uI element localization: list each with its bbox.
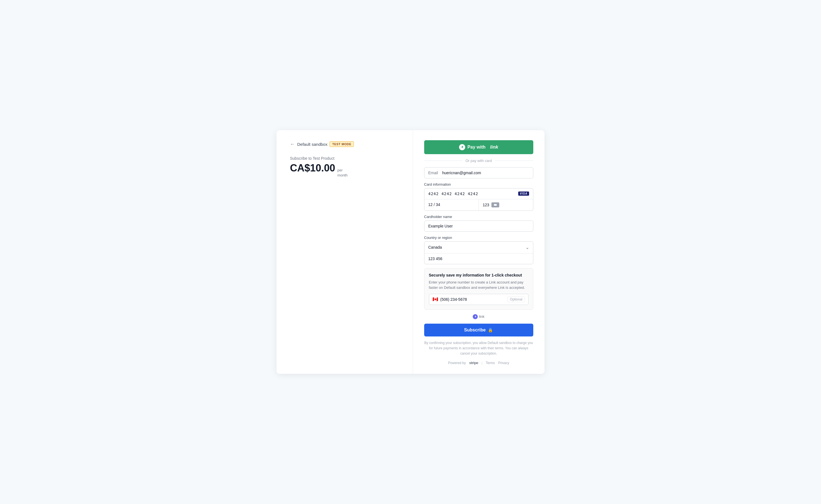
link-logo-label: link (490, 144, 498, 150)
price-period: per month (337, 168, 347, 178)
postal-code[interactable]: 123 456 (424, 253, 533, 264)
cvv-value: 123 (483, 203, 489, 207)
chevron-down-icon: ⌄ (525, 245, 529, 250)
country-group: Country or region Canada ⌄ 123 456 (424, 236, 533, 264)
country-select[interactable]: Canada ⌄ (424, 242, 533, 253)
country-label: Country or region (424, 236, 533, 240)
card-info-group: Card information 4242 4242 4242 4242 VIS… (424, 182, 533, 211)
link-bolt-icon (459, 144, 465, 150)
save-info-box: Securely save my information for 1-click… (424, 268, 533, 310)
terms-link[interactable]: Terms (486, 361, 495, 365)
card-info-box: 4242 4242 4242 4242 VISA 12 / 34 123 (424, 188, 533, 211)
sandbox-label: Default sandbox (297, 142, 327, 147)
card-info-label: Card information (424, 182, 533, 186)
canada-flag-icon: 🇨🇦 (433, 297, 438, 302)
price-amount: CA$10.00 (290, 162, 335, 174)
save-info-title: Securely save my information for 1-click… (429, 273, 529, 277)
country-value: Canada (428, 245, 526, 249)
cvv-row[interactable]: 123 (479, 199, 533, 210)
save-info-desc: Enter your phone number to create a Link… (429, 280, 529, 290)
lock-icon: 🔒 (488, 328, 493, 333)
email-value: huericnan@gmail.com (442, 171, 481, 175)
test-mode-badge: TEST MODE (330, 141, 354, 147)
powered-by-label: Powered by (448, 361, 466, 365)
or-divider: Or pay with card (424, 159, 533, 163)
phone-input-row[interactable]: 🇨🇦 (506) 234-5678 Optional (429, 294, 529, 305)
subscribe-label: Subscribe to Test Product (290, 156, 399, 161)
stripe-logo: stripe (469, 361, 478, 365)
cardholder-input[interactable] (424, 221, 533, 232)
link-footer-bolt-icon (473, 314, 478, 319)
email-group: Email huericnan@gmail.com (424, 167, 533, 178)
card-number-row[interactable]: 4242 4242 4242 4242 VISA (424, 188, 533, 199)
back-nav[interactable]: ← Default sandbox TEST MODE (290, 141, 399, 147)
optional-badge: Optional (507, 297, 525, 302)
email-field[interactable]: Email huericnan@gmail.com (424, 167, 533, 178)
privacy-link[interactable]: Privacy (498, 361, 509, 365)
confirm-text: By confirming your subscription, you all… (424, 340, 533, 357)
email-label: Email (428, 171, 439, 175)
cardholder-group: Cardholder name (424, 215, 533, 232)
link-footer-label: link (479, 314, 484, 319)
expiry-field[interactable]: 12 / 34 (424, 199, 479, 210)
link-footer: link (424, 314, 533, 319)
cvv-icon (491, 202, 499, 207)
back-arrow-icon[interactable]: ← (290, 141, 295, 147)
phone-value: (506) 234-5678 (440, 297, 505, 302)
price-row: CA$10.00 per month (290, 162, 399, 178)
cardholder-label: Cardholder name (424, 215, 533, 219)
country-select-box: Canada ⌄ 123 456 (424, 241, 533, 264)
visa-badge: VISA (518, 192, 529, 196)
subscribe-button[interactable]: Subscribe 🔒 (424, 324, 533, 336)
card-number: 4242 4242 4242 4242 (428, 192, 518, 196)
powered-footer: Powered by stripe | Terms Privacy (424, 361, 533, 365)
pay-with-link-button[interactable]: Pay with link (424, 140, 533, 154)
pay-with-label: Pay with (467, 145, 486, 150)
subscribe-label: Subscribe (464, 328, 486, 333)
footer-divider: | (482, 361, 482, 365)
card-bottom-row: 12 / 34 123 (424, 199, 533, 210)
